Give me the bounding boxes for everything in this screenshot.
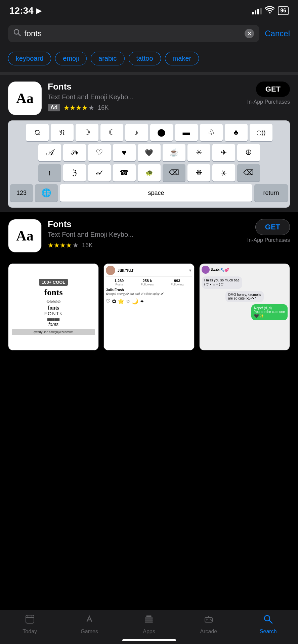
regular-app-stars: ★★★★★ [48,241,79,249]
ss3-msg1: I miss you so much bae (づ •́ ⌓ •̀ )づ [202,276,242,289]
ad-app-icon[interactable]: Aa [8,82,42,115]
location-icon: ▶ [36,7,41,15]
kb-key[interactable]: ◌)) [250,124,272,141]
kb-key[interactable]: ✳ [187,144,210,161]
filter-tag-arabic[interactable]: arabic [91,52,124,65]
kb-key-globe[interactable]: 🌐 [35,184,58,202]
nav-item-arcade[interactable]: Arcade [192,614,225,635]
regular-in-app-text: In-App Purchases [247,237,290,243]
status-icons: 96 [252,6,289,15]
filter-tag-tattoo[interactable]: tattoo [129,52,161,65]
kb-key[interactable]: 𝒜 [38,144,61,161]
search-area: fonts ✕ Cancel [0,20,298,48]
kb-key-delete[interactable]: ⌫ [163,164,185,181]
kb-key[interactable]: ⬤ [150,124,173,141]
regular-app-icon[interactable]: Aa [8,219,42,253]
screenshot-1[interactable]: 100+ COOL fonts ⊙⊙⊙⊙⊙ fonts FONTS ■■■■■ … [8,263,99,351]
kb-key-space[interactable]: space [60,184,252,202]
nav-label-arcade: Arcade [200,629,217,635]
nav-item-today[interactable]: Today [13,614,47,635]
search-clear-button[interactable]: ✕ [245,29,254,38]
kb-row-1: 𝔔 𝔑 ☽ ☾ ♪ ⬤ ▬ ♧ ♣ ◌)) [10,124,288,141]
kb-key[interactable]: 𝒮♦ [63,144,86,161]
kb-key[interactable]: ☎ [113,164,136,181]
regular-app-meta: ★★★★★ 16K [48,241,241,249]
ss3-msg3: Nope! (d_d) You are the cute one 🖤✨ [251,304,288,320]
kb-key-shift[interactable]: ↑ [38,164,61,181]
svg-rect-6 [145,618,153,619]
ss2-stats: 1,239 Posts 258 k Followers 993 Followin… [106,279,192,286]
ss3-username: 𝐵𝒶𝒷𝑒𝒸🐾💕 [211,268,229,272]
kb-key[interactable]: 𝔑 [51,124,74,141]
regular-app-icon-text: Aa [16,228,33,244]
nav-label-apps: Apps [143,629,155,635]
kb-key[interactable]: ☮ [237,144,260,161]
kb-key[interactable]: 𝒶✓ [88,164,111,181]
screenshot-2-content: Juli.fru.f ▼ 1,239 Posts 258 k Followers… [104,264,194,350]
kb-key[interactable]: ℨ [63,164,86,181]
ss3-avatar [202,266,210,274]
svg-rect-5 [32,615,32,617]
filter-tag-emoji[interactable]: emoji [55,52,87,65]
search-input-wrapper[interactable]: fonts ✕ [8,25,259,42]
section-divider-1 [0,72,298,75]
kb-key[interactable]: ☽ [76,124,98,141]
ad-app-icon-text: Aa [16,90,33,106]
signal-bar-2 [255,10,256,14]
kb-key[interactable]: ♪ [125,124,148,141]
screenshot-1-content: 100+ COOL fonts ⊙⊙⊙⊙⊙ fonts FONTS ■■■■■ … [8,264,98,350]
regular-app-info: Fonts Text Font and Emoji Keybo... ★★★★★… [48,219,241,249]
kb-key[interactable]: ⚹ [212,164,235,181]
kb-key[interactable]: 🖤 [138,144,161,161]
screenshot-2[interactable]: Juli.fru.f ▼ 1,239 Posts 258 k Followers… [103,263,194,351]
kb-key[interactable]: ☾ [100,124,123,141]
ss2-emoji-grid: ♡ ✿ ⭐ ☆ 🌙 ✦ [106,298,192,305]
kb-key[interactable]: ♧ [200,124,223,141]
search-input[interactable]: fonts [24,29,241,38]
svg-line-1 [18,34,20,36]
signal-bars [252,7,262,14]
filter-tag-keyboard[interactable]: keyboard [8,52,51,65]
kb-key[interactable]: ☕ [163,144,185,161]
ss1-line4: ■■■■■ [47,317,59,322]
ad-get-button[interactable]: GET [256,82,290,97]
nav-item-games[interactable]: Games [73,614,106,635]
ss2-bio: ✿angel energy✿ but add 𝒞 a little spicy … [106,292,192,296]
kb-row-3: ↑ ℨ 𝒶✓ ☎ 🐢 ⌫ ❋ ⚹ ⌫ [10,164,288,181]
status-bar: 12:34 ▶ 96 [0,0,298,20]
regular-get-button[interactable]: GET [255,219,290,235]
kb-key[interactable]: ✈ [212,144,235,161]
screenshots-row: 100+ COOL fonts ⊙⊙⊙⊙⊙ fonts FONTS ■■■■■ … [0,258,298,359]
signal-bar-1 [252,12,254,14]
kb-row-bottom: 123 🌐 space return [10,184,288,202]
kb-key[interactable]: 𝔔 [26,124,49,141]
kb-key-del2[interactable]: ⌫ [237,164,260,181]
search-icon [13,29,21,38]
kb-key[interactable]: ♡ [88,144,111,161]
screenshot-3[interactable]: 𝐵𝒶𝒷𝑒𝒸🐾💕 I miss you so much bae (づ •́ ⌓ •… [199,263,290,351]
kb-key-num[interactable]: 123 [10,184,33,202]
signal-bar-3 [257,9,259,14]
kb-key[interactable]: ♣ [225,124,248,141]
ad-get-btn-wrapper: GET In-App Purchases [247,82,290,105]
svg-rect-8 [145,622,153,623]
arcade-icon [204,614,214,627]
kb-key[interactable]: ♥ [113,144,136,161]
nav-item-apps[interactable]: Apps [132,614,166,635]
kb-key-return[interactable]: return [254,184,288,202]
ad-app-meta: Ad ★★★★★ 16K [48,104,241,112]
kb-key[interactable]: ▬ [175,124,198,141]
filter-tag-maker[interactable]: maker [165,52,199,65]
games-icon [84,614,94,627]
keyboard-preview: 𝔔 𝔑 ☽ ☾ ♪ ⬤ ▬ ♧ ♣ ◌)) 𝒜 𝒮♦ ♡ ♥ 🖤 ☕ ✳ ✈ [8,120,290,208]
bottom-nav: Today Games Apps [0,610,298,644]
cancel-button[interactable]: Cancel [265,29,290,38]
filter-tags-row: keyboard emoji arabic tattoo maker [0,48,298,72]
battery-level: 96 [280,8,286,13]
kb-key[interactable]: 🐢 [138,164,161,181]
status-time: 12:34 ▶ [9,5,41,16]
signal-bar-4 [260,8,262,14]
nav-item-search[interactable]: Search [251,614,285,635]
kb-key[interactable]: ❋ [187,164,210,181]
svg-point-14 [211,620,212,621]
